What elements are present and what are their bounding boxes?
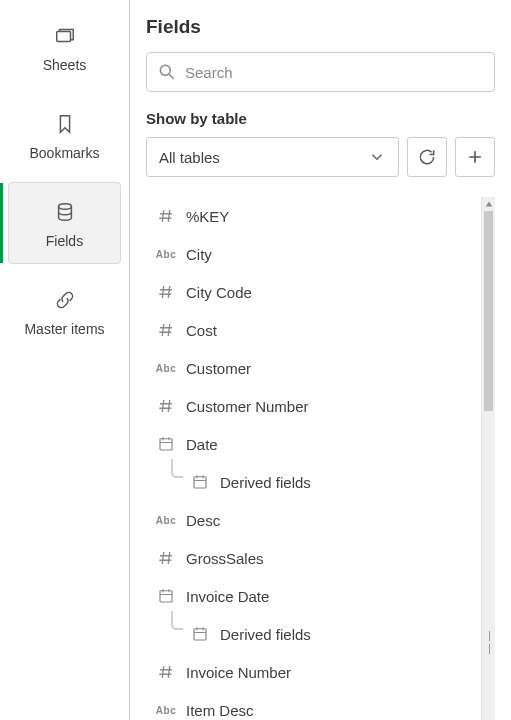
field-type-icon (152, 207, 180, 225)
svg-rect-4 (194, 477, 206, 488)
sheets-icon (54, 25, 76, 47)
table-select-value: All tables (159, 149, 220, 166)
tree-connector-icon (169, 611, 183, 633)
database-icon (54, 201, 76, 223)
field-name: GrossSales (186, 550, 264, 567)
derived-fields-row[interactable]: Derived fields (146, 615, 481, 653)
field-type-icon (152, 283, 180, 301)
derived-fields-row[interactable]: Derived fields (146, 463, 481, 501)
field-row[interactable]: %KEY (146, 197, 481, 235)
svg-point-2 (160, 65, 170, 75)
field-name: City (186, 246, 212, 263)
page-title: Fields (146, 16, 495, 38)
field-row[interactable]: AbcCustomer (146, 349, 481, 387)
field-type-icon (186, 473, 214, 491)
field-row[interactable]: Cost (146, 311, 481, 349)
plus-icon (465, 147, 485, 167)
field-type-icon (152, 435, 180, 453)
field-row[interactable]: Customer Number (146, 387, 481, 425)
field-row[interactable]: Invoice Date (146, 577, 481, 615)
field-type-icon (152, 397, 180, 415)
refresh-icon (417, 147, 437, 167)
field-list[interactable]: %KEYAbcCityCity CodeCostAbcCustomerCusto… (146, 197, 481, 720)
field-type-icon: Abc (152, 249, 180, 260)
sidebar-item-label: Master items (24, 321, 104, 337)
field-name: Date (186, 436, 218, 453)
svg-point-1 (58, 204, 71, 210)
chevron-down-icon (368, 148, 386, 166)
sidebar-item-sheets[interactable]: Sheets (8, 6, 121, 88)
field-type-icon (186, 625, 214, 643)
sidebar-item-label: Fields (46, 233, 83, 249)
field-type-icon (152, 549, 180, 567)
field-name: Cost (186, 322, 217, 339)
field-name: %KEY (186, 208, 229, 225)
refresh-button[interactable] (407, 137, 447, 177)
main-panel: Fields Show by table All tables (130, 0, 511, 720)
search-box[interactable] (146, 52, 495, 92)
field-type-icon (152, 587, 180, 605)
field-type-icon: Abc (152, 515, 180, 526)
field-row[interactable]: Invoice Number (146, 653, 481, 691)
search-input[interactable] (185, 64, 484, 81)
table-select[interactable]: All tables (146, 137, 399, 177)
field-type-icon: Abc (152, 363, 180, 374)
field-row[interactable]: City Code (146, 273, 481, 311)
add-button[interactable] (455, 137, 495, 177)
sidebar-item-fields[interactable]: Fields (8, 182, 121, 264)
field-name: Invoice Date (186, 588, 269, 605)
panel-resize-handle[interactable] (482, 631, 495, 654)
show-by-table-label: Show by table (146, 110, 495, 127)
link-icon (54, 289, 76, 311)
field-name: Derived fields (220, 626, 311, 643)
search-icon (157, 62, 177, 82)
field-type-icon (152, 663, 180, 681)
svg-rect-0 (56, 31, 70, 41)
field-row[interactable]: AbcItem Desc (146, 691, 481, 720)
field-type-icon (152, 321, 180, 339)
field-row[interactable]: AbcCity (146, 235, 481, 273)
scrollbar[interactable] (481, 197, 495, 720)
bookmark-icon (54, 113, 76, 135)
field-name: City Code (186, 284, 252, 301)
sidebar-item-label: Sheets (43, 57, 87, 73)
field-name: Customer (186, 360, 251, 377)
svg-rect-6 (194, 629, 206, 640)
sidebar-item-master-items[interactable]: Master items (8, 270, 121, 352)
field-name: Item Desc (186, 702, 254, 719)
field-row[interactable]: GrossSales (146, 539, 481, 577)
field-name: Derived fields (220, 474, 311, 491)
field-row[interactable]: AbcDesc (146, 501, 481, 539)
field-list-container: %KEYAbcCityCity CodeCostAbcCustomerCusto… (146, 197, 495, 720)
field-name: Customer Number (186, 398, 309, 415)
tree-connector-icon (169, 459, 183, 481)
sidebar: Sheets Bookmarks Fields Master items (0, 0, 130, 720)
sidebar-item-bookmarks[interactable]: Bookmarks (8, 94, 121, 176)
svg-rect-5 (160, 591, 172, 602)
field-name: Invoice Number (186, 664, 291, 681)
scroll-thumb[interactable] (484, 211, 493, 411)
field-row[interactable]: Date (146, 425, 481, 463)
scroll-up-icon[interactable] (482, 197, 495, 211)
field-name: Desc (186, 512, 220, 529)
table-controls: All tables (146, 137, 495, 177)
field-type-icon: Abc (152, 705, 180, 716)
sidebar-item-label: Bookmarks (29, 145, 99, 161)
svg-rect-3 (160, 439, 172, 450)
